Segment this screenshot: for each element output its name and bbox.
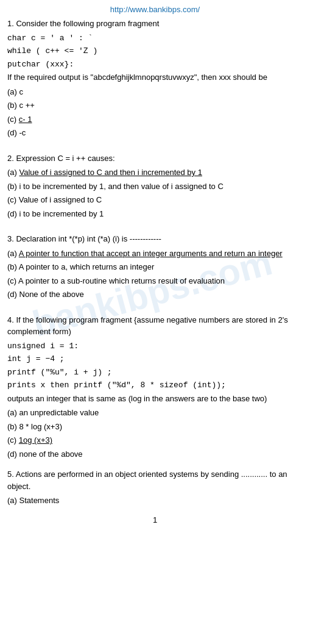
q2-option-b: (b) i to be incremented by 1, and then v…	[7, 181, 303, 193]
q2-option-d: (d) i to be incremented by 1	[7, 208, 303, 220]
q1-code-2: while ( c++ <= 'Z )	[7, 45, 303, 57]
header-url[interactable]: http://www.bankibps.com/	[7, 5, 303, 14]
q5-option-a: (a) Statements	[7, 495, 303, 507]
q4-option-d: (d) none of the above	[7, 448, 303, 460]
q4-option-c: (c) 1og (x+3)	[7, 434, 303, 446]
q3-option-c: (c) A pointer to a sub-routine which ret…	[7, 275, 303, 287]
q3-option-a: (a) A pointer to function that accept an…	[7, 248, 303, 260]
q4-code-3: printf ("%u", i + j) ;	[7, 367, 303, 379]
q1-extra-text: If the required output is "abcdefghijklm…	[7, 71, 303, 84]
q4-option-a: (a) an unpredictable value	[7, 407, 303, 419]
q2-option-a: (a) Value of i assigned to C and then i …	[7, 166, 303, 179]
q3-option-d: (d) None of the above	[7, 288, 303, 301]
question-2: 2. Expression C = i ++ causes: (a) Value…	[7, 152, 303, 220]
q2-option-c: (c) Value of i assigned to C	[7, 194, 303, 206]
q4-code-4: prints x then printf ("%d", 8 * sizeof (…	[7, 379, 303, 392]
q1-option-b: (b) c ++	[7, 99, 303, 112]
q3-option-b: (b) A pointer to a, which returns an int…	[7, 261, 303, 273]
question-5: 5. Actions are performed in an object or…	[7, 468, 303, 507]
q4-extra-text: outputs an integer that is same as (log …	[7, 393, 303, 405]
q4-text: 4. If the following program fragment {as…	[7, 314, 303, 338]
q5-text: 5. Actions are performed in an object or…	[7, 468, 303, 492]
q4-option-b: (b) 8 * log (x+3)	[7, 421, 303, 433]
q1-number-text: 1. Consider the following program fragme…	[7, 18, 303, 30]
q2-text: 2. Expression C = i ++ causes:	[7, 152, 303, 165]
q1-option-d: (d) -c	[7, 127, 303, 139]
question-4: 4. If the following program fragment {as…	[7, 314, 303, 460]
q1-code-1: char c = ' a ' : `	[7, 32, 303, 45]
question-3: 3. Declaration int *(*p) int (*a) (i) is…	[7, 233, 303, 301]
q3-text: 3. Declaration int *(*p) int (*a) (i) is…	[7, 233, 303, 245]
question-1: 1. Consider the following program fragme…	[7, 18, 303, 139]
q1-code-3: putchar (xxx}:	[7, 59, 303, 71]
q4-code-1: unsigned i = 1:	[7, 340, 303, 352]
page-number: 1	[7, 515, 303, 524]
q1-option-c: (c) c- 1	[7, 113, 303, 126]
q4-code-2: int j = −4 ;	[7, 353, 303, 365]
q1-option-a: (a) c	[7, 86, 303, 98]
